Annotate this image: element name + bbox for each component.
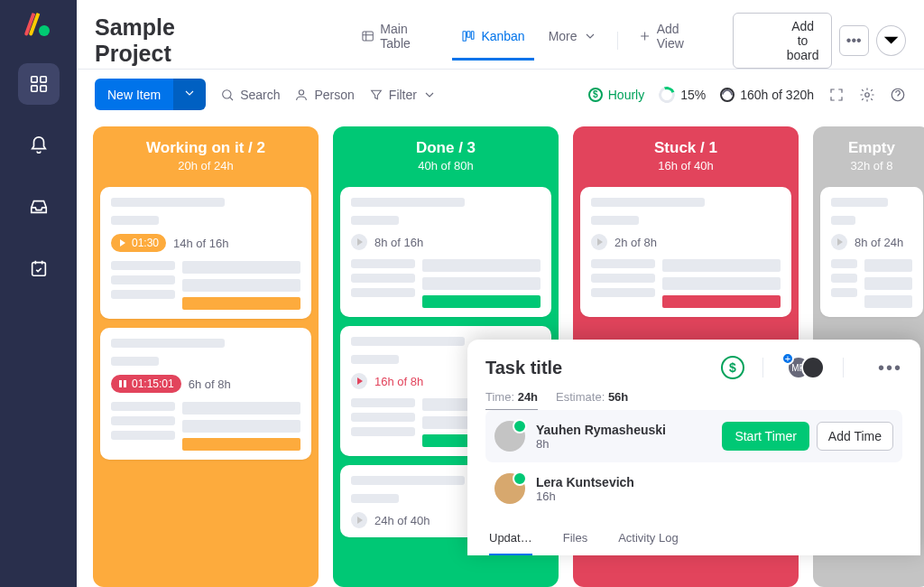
- svg-point-11: [865, 92, 870, 97]
- column-subtitle: 32h of 8: [820, 159, 923, 172]
- column-subtitle: 16h of 40h: [580, 159, 791, 172]
- card-hours: 16h of 8h: [374, 375, 423, 388]
- inbox-icon[interactable]: [18, 186, 60, 228]
- add-to-board-button[interactable]: Add to board: [733, 13, 832, 69]
- tab-main-table-label: Main Table: [380, 22, 438, 51]
- add-time-button[interactable]: Add Time: [817, 422, 893, 451]
- subtab-activity[interactable]: Activity Log: [618, 522, 678, 555]
- estimate-meta[interactable]: Estimate: 56h: [556, 390, 628, 410]
- clock-icon: [720, 88, 735, 102]
- more-options-button[interactable]: •••: [839, 25, 869, 56]
- notifications-icon[interactable]: [18, 125, 60, 166]
- workspaces-icon[interactable]: [18, 63, 60, 105]
- kanban-card[interactable]: 8h of 24h: [820, 187, 923, 317]
- person-icon: [294, 88, 309, 102]
- timer-value: 01:30: [132, 237, 159, 249]
- project-title: Sample Project: [95, 14, 254, 67]
- kanban-card[interactable]: 2h of 8h: [580, 187, 791, 317]
- start-timer-button[interactable]: Start Timer: [722, 422, 808, 451]
- svg-rect-3: [40, 86, 45, 91]
- add-to-board-label: Add to board: [786, 19, 820, 62]
- filter-icon: [369, 88, 383, 102]
- search-icon: [220, 88, 235, 102]
- add-view-label: Add View: [657, 22, 707, 51]
- hours-total: 160h of 320h: [720, 88, 814, 102]
- timer-value: 01:15:01: [132, 377, 174, 390]
- play-icon[interactable]: [831, 234, 847, 250]
- tab-kanban[interactable]: Kanban: [452, 22, 533, 61]
- help-icon[interactable]: [890, 87, 906, 103]
- column-header: Empty 32h of 8: [820, 135, 923, 178]
- tab-main-table[interactable]: Main Table: [352, 14, 447, 68]
- avatar: [494, 421, 525, 452]
- estimate-label: Estimate:: [556, 390, 605, 404]
- assignee-name: Yauhen Rymasheuski: [536, 423, 666, 437]
- new-item-split-button: New Item: [95, 79, 206, 110]
- main-content: Sample Project Main Table Kanban More: [77, 0, 924, 587]
- global-sidebar: [0, 0, 77, 587]
- new-item-button[interactable]: New Item: [95, 79, 173, 110]
- hourly-label: Hourly: [608, 88, 644, 102]
- collapse-button[interactable]: [876, 25, 906, 56]
- kanban-card[interactable]: 8h of 16h: [340, 187, 551, 317]
- svg-rect-0: [31, 77, 36, 82]
- billable-toggle[interactable]: $: [721, 356, 744, 379]
- add-assignee-icon[interactable]: +: [781, 352, 794, 365]
- svg-rect-2: [31, 86, 36, 91]
- play-icon[interactable]: [351, 512, 367, 528]
- kanban-card[interactable]: 01:30 14h of 16h: [100, 187, 311, 319]
- play-icon[interactable]: [351, 234, 367, 250]
- card-hours: 14h of 16h: [173, 237, 228, 250]
- svg-rect-13: [119, 380, 122, 387]
- column-title: Working on it / 2: [100, 139, 311, 157]
- add-view-button[interactable]: Add View: [629, 14, 716, 68]
- time-label: Time:: [485, 390, 514, 404]
- tab-more-label: More: [549, 29, 578, 43]
- timer-chip[interactable]: 01:15:01: [111, 375, 181, 393]
- card-hours: 8h of 16h: [374, 236, 423, 249]
- timer-chip[interactable]: 01:30: [111, 234, 166, 252]
- column-title: Done / 3: [340, 139, 551, 157]
- filter-button[interactable]: Filter: [369, 88, 437, 102]
- assignee-name: Lera Kuntsevich: [536, 475, 634, 489]
- svg-point-9: [223, 89, 231, 98]
- search-button[interactable]: Search: [220, 88, 280, 102]
- new-item-dropdown[interactable]: [173, 79, 206, 110]
- subtab-updates[interactable]: Updat…: [489, 522, 532, 555]
- time-meta[interactable]: Time: 24h: [485, 390, 538, 410]
- assignee-avatars[interactable]: + МR: [787, 356, 825, 379]
- column-subtitle: 40h of 80h: [340, 159, 551, 172]
- svg-rect-6: [463, 32, 466, 42]
- avatar: [801, 356, 825, 379]
- play-icon[interactable]: [351, 373, 367, 389]
- time-stats: $ Hourly 15% 160h of 320h: [588, 87, 906, 103]
- divider: [617, 32, 618, 50]
- person-filter-button[interactable]: Person: [294, 88, 354, 102]
- dollar-icon: $: [588, 88, 603, 102]
- svg-rect-1: [40, 77, 45, 82]
- svg-point-10: [300, 89, 304, 94]
- time-value: 24h: [518, 390, 538, 404]
- svg-rect-4: [32, 263, 45, 276]
- task-more-button[interactable]: •••: [878, 358, 902, 378]
- chevron-down-icon: [182, 86, 197, 100]
- column-title: Stuck / 1: [580, 139, 791, 157]
- card-hours: 8h of 24h: [855, 236, 903, 249]
- task-detail-panel: Task title $ + МR ••• Time: 24h Estimate…: [467, 340, 920, 555]
- chevron-down-icon: [583, 29, 597, 43]
- assignee-row[interactable]: Lera Kuntsevich 16h: [485, 462, 902, 515]
- kanban-card[interactable]: 01:15:01 6h of 8h: [100, 328, 311, 460]
- app-logo: [28, 13, 50, 36]
- play-icon[interactable]: [591, 234, 607, 250]
- calendar-icon[interactable]: [18, 247, 60, 289]
- tab-more[interactable]: More: [540, 22, 606, 61]
- expand-icon[interactable]: [828, 87, 845, 103]
- settings-icon[interactable]: [859, 87, 875, 103]
- assignee-hours: 16h: [536, 489, 634, 503]
- view-tabs: Main Table Kanban More Add View: [352, 14, 716, 67]
- hourly-rate-button[interactable]: $ Hourly: [588, 88, 644, 102]
- task-title[interactable]: Task title: [485, 358, 562, 378]
- assignee-row[interactable]: Yauhen Rymasheuski 8h Start Timer Add Ti…: [485, 410, 902, 462]
- subtab-files[interactable]: Files: [563, 522, 587, 555]
- column-header: Done / 3 40h of 80h: [340, 135, 551, 178]
